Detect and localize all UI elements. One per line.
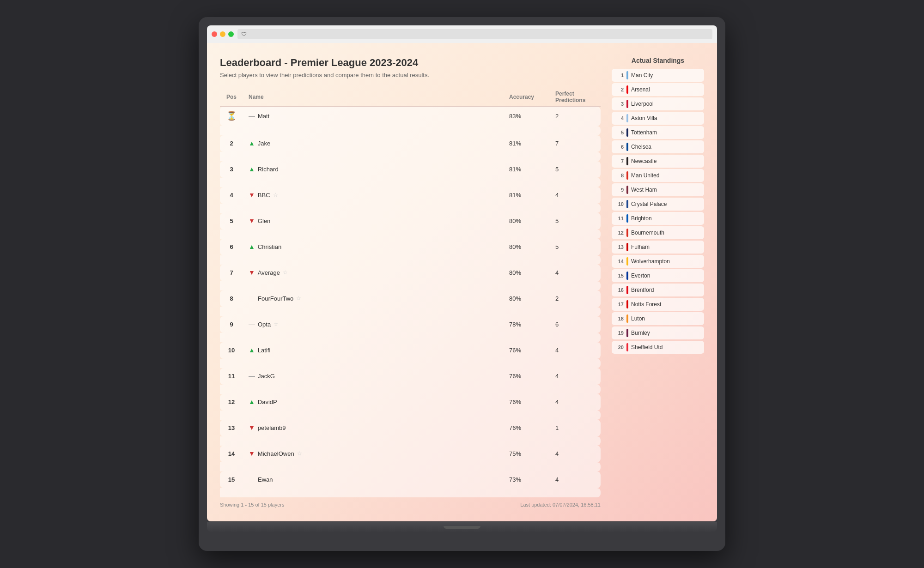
pos-number: 3: [230, 166, 233, 173]
team-name: Wolverhampton: [631, 258, 700, 265]
table-row[interactable]: 3 ▲ Richard 81% 5: [220, 161, 601, 178]
standing-item[interactable]: 6 Chelsea: [612, 140, 704, 153]
perfect-predictions-cell: 4: [550, 446, 601, 462]
pos-cell: 9: [220, 316, 243, 333]
trend-neutral-icon: —: [249, 112, 255, 120]
player-name: Jake: [258, 140, 270, 147]
pos-number: 11: [228, 373, 235, 380]
standing-item[interactable]: 8 Man United: [612, 169, 704, 182]
row-gap: [220, 385, 601, 394]
player-name: MichaelOwen: [258, 450, 294, 457]
table-row[interactable]: 2 ▲ Jake 81% 7: [220, 135, 601, 152]
table-body: ⏳ — Matt 83% 2 2 ▲ Jake 81% 7: [220, 107, 601, 497]
standing-item[interactable]: 14 Wolverhampton: [612, 255, 704, 268]
pos-number: 4: [230, 192, 233, 199]
table-row[interactable]: 5 ▼ Glen 80% 5: [220, 213, 601, 230]
row-gap: [220, 152, 601, 161]
table-row[interactable]: 15 — Ewan 73% 4: [220, 471, 601, 488]
standing-item[interactable]: 7 Newcastle: [612, 155, 704, 168]
close-button[interactable]: [212, 31, 217, 37]
page-title: Leaderboard - Premier League 2023-2024: [220, 57, 601, 69]
standing-item[interactable]: 4 Aston Villa: [612, 112, 704, 125]
standing-item[interactable]: 20 Sheffield Utd: [612, 341, 704, 354]
maximize-button[interactable]: [228, 31, 234, 37]
team-color-bar: [626, 329, 628, 337]
table-row[interactable]: 12 ▲ DavidP 76% 4: [220, 394, 601, 411]
star-icon[interactable]: ☆: [274, 321, 279, 327]
table-row[interactable]: 8 — FourFourTwo ☆ 80% 2: [220, 290, 601, 307]
team-color-bar: [626, 257, 628, 266]
star-icon[interactable]: ☆: [273, 192, 278, 198]
team-name: Luton: [631, 315, 700, 322]
standing-item[interactable]: 11 Brighton: [612, 212, 704, 225]
pos-cell: 12: [220, 394, 243, 411]
pos-number: 8: [230, 295, 233, 302]
accuracy-cell: 83%: [504, 107, 550, 126]
team-color-bar: [626, 286, 628, 294]
team-color-bar: [626, 214, 628, 223]
standing-item[interactable]: 12 Bournemouth: [612, 226, 704, 239]
standing-item[interactable]: 15 Everton: [612, 269, 704, 282]
accuracy-cell: 76%: [504, 420, 550, 436]
team-name: Man United: [631, 172, 700, 179]
team-color-bar: [626, 314, 628, 323]
table-row[interactable]: 4 ▼ BBC ☆ 81% 4: [220, 187, 601, 204]
minimize-button[interactable]: [220, 31, 225, 37]
row-gap: [220, 255, 601, 265]
table-row[interactable]: 14 ▼ MichaelOwen ☆ 75% 4: [220, 446, 601, 462]
laptop-frame: 🛡 Leaderboard - Premier League 2023-2024…: [199, 17, 725, 551]
standing-item[interactable]: 10 Crystal Palace: [612, 198, 704, 211]
row-gap: [220, 436, 601, 446]
standing-item[interactable]: 1 Man City: [612, 69, 704, 82]
name-cell: — Opta ☆: [243, 316, 504, 333]
star-icon[interactable]: ☆: [297, 450, 302, 457]
table-header: Pos Name Accuracy Perfect Predictions: [220, 88, 601, 107]
standing-item[interactable]: 19 Burnley: [612, 326, 704, 339]
standing-item[interactable]: 18 Luton: [612, 312, 704, 325]
table-row[interactable]: 6 ▲ Christian 80% 5: [220, 239, 601, 255]
pos-cell: 8: [220, 290, 243, 307]
standing-item[interactable]: 17 Notts Forest: [612, 298, 704, 311]
table-row[interactable]: 10 ▲ Latifi 76% 4: [220, 342, 601, 359]
star-icon[interactable]: ☆: [296, 295, 301, 302]
perfect-predictions-cell: 4: [550, 471, 601, 488]
pos-number: 13: [228, 424, 235, 431]
team-name: Arsenal: [631, 86, 700, 93]
team-name: West Ham: [631, 187, 700, 193]
standing-pos: 13: [615, 244, 624, 250]
standing-item[interactable]: 13 Fulham: [612, 241, 704, 254]
star-icon[interactable]: ☆: [283, 269, 288, 276]
team-name: Notts Forest: [631, 301, 700, 308]
standing-item[interactable]: 3 Liverpool: [612, 97, 704, 110]
trend-neutral-icon: —: [249, 372, 255, 380]
pos-number: 9: [230, 321, 233, 328]
table-row[interactable]: ⏳ — Matt 83% 2: [220, 107, 601, 126]
standing-item[interactable]: 5 Tottenham: [612, 126, 704, 139]
standing-item[interactable]: 9 West Ham: [612, 183, 704, 196]
name-cell: ▼ Glen: [243, 213, 504, 230]
pos-cell: 4: [220, 187, 243, 204]
pos-cell: 5: [220, 213, 243, 230]
standing-item[interactable]: 16 Brentford: [612, 284, 704, 296]
accuracy-cell: 73%: [504, 471, 550, 488]
standing-pos: 5: [615, 130, 624, 135]
perfect-predictions-cell: 4: [550, 368, 601, 385]
row-gap: [220, 204, 601, 213]
player-name: Average: [258, 269, 280, 276]
address-bar[interactable]: 🛡: [237, 29, 712, 39]
trend-neutral-icon: —: [249, 320, 255, 328]
table-footer: Showing 1 - 15 of 15 players Last update…: [220, 502, 601, 508]
name-cell: — FourFourTwo ☆: [243, 290, 504, 307]
player-name: Opta: [258, 321, 271, 328]
col-accuracy: Accuracy: [504, 88, 550, 107]
table-row[interactable]: 11 — JackG 76% 4: [220, 368, 601, 385]
table-row[interactable]: 9 — Opta ☆ 78% 6: [220, 316, 601, 333]
table-row[interactable]: 7 ▼ Average ☆ 80% 4: [220, 265, 601, 281]
standing-pos: 7: [615, 158, 624, 164]
name-cell: ▲ Jake: [243, 135, 504, 152]
standing-item[interactable]: 2 Arsenal: [612, 83, 704, 96]
table-row[interactable]: 13 ▼ petelamb9 76% 1: [220, 420, 601, 436]
trend-down-icon: ▼: [249, 424, 255, 431]
player-name: FourFourTwo: [258, 295, 293, 302]
main-content: Leaderboard - Premier League 2023-2024 S…: [220, 57, 601, 508]
